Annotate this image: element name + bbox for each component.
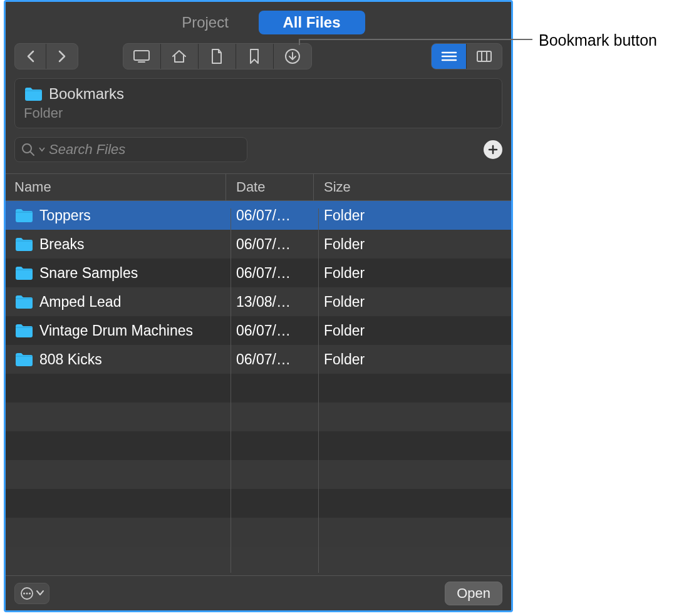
table-row[interactable]: Breaks06/07/…Folder [6,230,511,259]
table-row [6,460,511,489]
table-row [6,518,511,547]
row-size: Folder [314,259,511,287]
row-date: 06/07/… [226,345,314,374]
table-row[interactable]: 808 Kicks06/07/…Folder [6,345,511,374]
downloads-button[interactable] [274,44,311,69]
table-body: Toppers06/07/…FolderBreaks06/07/…FolderS… [6,201,511,547]
view-mode [431,43,502,69]
tab-project[interactable]: Project [152,11,259,34]
svg-rect-0 [134,51,149,60]
location-subtitle: Folder [24,103,493,121]
row-name: Snare Samples [39,265,138,282]
table-header: Name Date Size [6,173,511,201]
columns-icon [476,50,492,63]
table-row[interactable]: Toppers06/07/…Folder [6,201,511,230]
svg-line-11 [30,151,34,155]
home-button[interactable] [161,44,199,69]
svg-point-17 [29,592,31,594]
location-bar[interactable]: Bookmarks Folder [14,78,502,128]
column-view-button[interactable] [467,44,502,69]
add-button[interactable] [484,140,502,159]
table-row [6,489,511,518]
row-date: 13/08/… [226,287,314,316]
bookmark-button[interactable] [236,44,274,69]
tab-all-files[interactable]: All Files [259,11,365,34]
row-size: Folder [314,287,511,316]
document-icon [210,48,223,64]
column-name[interactable]: Name [6,174,226,200]
back-button[interactable] [15,44,46,69]
table-row [6,374,511,403]
display-icon [133,49,150,63]
svg-point-16 [26,592,28,594]
search-row [14,137,502,162]
plus-icon [488,145,498,155]
search-input[interactable] [49,141,241,158]
folder-icon [14,237,33,252]
open-button[interactable]: Open [445,582,502,605]
folder-icon [14,352,33,367]
row-name: Vintage Drum Machines [39,322,193,339]
ellipsis-circle-icon [20,587,34,600]
row-size: Folder [314,316,511,345]
location-title: Bookmarks [49,85,124,103]
chevron-down-icon [36,590,44,596]
column-size[interactable]: Size [314,174,511,200]
chevron-right-icon [58,50,66,63]
forward-button[interactable] [46,44,78,69]
callout-label: Bookmark button [539,31,657,49]
file-browser-window: Project All Files [4,0,513,612]
row-date: 06/07/… [226,230,314,259]
folder-icon [14,265,33,280]
row-size: Folder [314,201,511,230]
row-date: 06/07/… [226,201,314,230]
table-row[interactable]: Snare Samples06/07/…Folder [6,259,511,287]
table-row[interactable]: Amped Lead13/08/…Folder [6,287,511,316]
chevron-left-icon [26,50,35,63]
footer: Open [6,575,511,610]
row-name: Toppers [39,207,91,224]
row-name: Breaks [39,236,85,253]
folder-icon [14,323,33,338]
row-size: Folder [314,345,511,374]
svg-rect-7 [477,51,491,61]
location-buttons [123,43,312,69]
project-folder-button[interactable] [199,44,236,69]
row-name: 808 Kicks [39,351,102,368]
toolbar [6,43,511,78]
table-row [6,431,511,460]
row-size: Folder [314,230,511,259]
svg-point-15 [23,592,25,594]
download-icon [284,48,301,64]
folder-icon [14,208,33,223]
bookmark-icon [249,48,260,64]
search-menu-chevron-icon [39,147,45,152]
computer-button[interactable] [123,44,161,69]
folder-icon [24,86,43,101]
column-divider [231,208,231,573]
list-view-button[interactable] [432,44,467,69]
table-row[interactable]: Vintage Drum Machines06/07/…Folder [6,316,511,345]
search-box[interactable] [14,137,247,162]
list-icon [441,51,457,62]
row-date: 06/07/… [226,259,314,287]
actions-menu-button[interactable] [14,583,49,604]
column-divider [318,208,319,573]
table-row [6,403,511,431]
tab-bar: Project All Files [6,2,511,43]
home-icon [171,49,187,64]
row-date: 06/07/… [226,316,314,345]
row-name: Amped Lead [39,294,121,311]
nav-history [14,43,78,69]
folder-icon [14,294,33,309]
column-date[interactable]: Date [226,174,314,200]
search-icon [21,143,35,157]
